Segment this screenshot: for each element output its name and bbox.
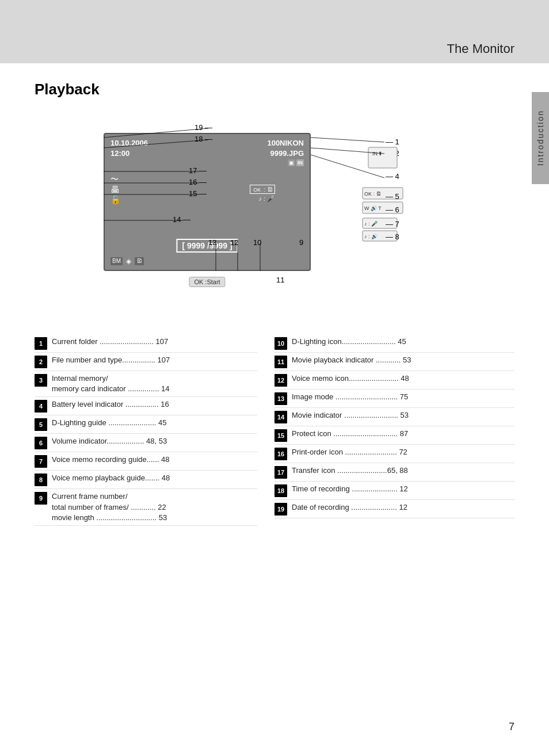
top-bar: The Monitor [0,0,549,63]
legend-item-10: 10 D-Lighting icon......................… [274,334,514,353]
legend-text-19: Date of recording ......................… [292,502,514,513]
svg-text:19 —: 19 — [195,123,212,132]
svg-text:— 4: — 4 [386,172,399,181]
svg-rect-21 [363,202,403,213]
legend-num-10: 10 [274,337,287,350]
legend-num-5: 5 [35,418,47,431]
legend-item-9: 9 Current frame number/total number of f… [35,489,257,526]
legend-table: 1 Current folder .......................… [35,334,514,526]
legend-text-14: Movie indicator ........................… [292,410,514,421]
svg-text:♪ : 🎤: ♪ : 🎤 [364,220,378,227]
svg-text:— 2: — 2 [386,149,399,158]
sidebar-label: Introduction [536,110,545,166]
legend-col-left: 1 Current folder .......................… [35,334,274,526]
legend-text-17: Transfer icon ........................65… [292,465,514,476]
svg-text:W 🔊 T: W 🔊 T [364,205,382,212]
legend-col-right: 10 D-Lighting icon......................… [274,334,514,526]
legend-item-13: 13 Image mode ..........................… [274,390,514,408]
legend-text-6: Volume indicator.................. 48, 5… [52,436,257,446]
svg-line-33 [311,148,384,154]
legend-num-15: 15 [274,429,287,442]
legend-num-8: 8 [35,474,47,486]
diagram-container: 10.10.2006 100NIKON 12:00 9999.JPG ▣ IN … [58,116,449,311]
legend-text-18: Time of recording ......................… [292,484,514,494]
legend-num-4: 4 [35,400,47,413]
legend-text-4: Battery level indicator ................… [52,399,257,410]
page-number: 7 [509,721,514,733]
page-section-title: The Monitor [447,41,514,56]
legend-item-8: 8 Voice memo playback guide....... 48 [35,471,257,489]
legend-text-12: Voice memo icon........................ … [292,373,514,384]
legend-text-10: D-Lighting icon.........................… [292,337,514,347]
screen-print-icon: 🖶 [110,185,120,195]
svg-rect-15 [368,147,397,168]
legend-num-17: 17 [274,466,287,479]
legend-item-12: 12 Voice memo icon......................… [274,371,514,390]
legend-item-7: 7 Voice memo recording guide...... 48 [35,452,257,471]
legend-num-18: 18 [274,484,287,497]
svg-line-32 [311,138,384,142]
legend-item-16: 16 Print-order icon ....................… [274,445,514,463]
memory-card-icons: ▣ IN [288,159,304,166]
screen-mic: ♪ : 🎤 [258,195,275,203]
svg-text:♪ : 🔊: ♪ : 🔊 [364,233,378,240]
legend-num-19: 19 [274,503,287,516]
svg-text:3: 3 [386,159,390,168]
svg-rect-27 [363,231,397,241]
legend-item-17: 17 Transfer icon .......................… [274,463,514,482]
legend-item-6: 6 Volume indicator.................. 48,… [35,434,257,452]
svg-rect-18 [363,188,403,199]
screen-frame: [ 9999 /9999 ] [176,239,238,253]
legend-text-13: Image mode .............................… [292,392,514,402]
legend-num-1: 1 [35,337,47,350]
svg-text:IN: IN [372,151,378,156]
legend-item-1: 1 Current folder .......................… [35,334,257,353]
screen-filename: 9999.JPG [270,149,304,158]
legend-num-6: 6 [35,437,47,449]
main-content: Playback 10.10.2006 100NIKON 12:00 9999.… [0,63,549,560]
screen-protect-icon: 🔓 [110,195,120,204]
svg-line-34 [311,155,384,178]
legend-row: 1 Current folder .......................… [35,334,514,526]
svg-text:— 6: — 6 [386,205,399,214]
legend-text-9: Current frame number/total number of fra… [52,491,257,523]
screen-ok-crop: OK : 🖻 [250,185,275,194]
screen-transfer-icon: 〜 [110,174,119,185]
legend-num-2: 2 [35,356,47,368]
camera-screen: 10.10.2006 100NIKON 12:00 9999.JPG ▣ IN … [104,133,311,271]
legend-text-1: Current folder .........................… [52,337,257,347]
section-title: Playback [35,81,514,98]
legend-item-3: 3 Internal memory/memory card indicator … [35,371,257,397]
legend-text-15: Protect icon ...........................… [292,429,514,439]
legend-num-14: 14 [274,411,287,423]
legend-num-12: 12 [274,374,287,387]
legend-num-16: 16 [274,448,287,460]
legend-item-11: 11 Movie playback indicator ............… [274,353,514,371]
screen-bottom-icons: BM ◈ 🖻 [110,257,144,265]
svg-text:⬆: ⬆ [378,151,383,156]
legend-text-7: Voice memo recording guide...... 48 [52,455,257,465]
legend-num-9: 9 [35,492,47,505]
svg-text:OK : 🖻: OK : 🖻 [364,191,382,197]
svg-text:— 1: — 1 [386,138,399,146]
legend-item-2: 2 File number and type................ 1… [35,353,257,371]
legend-num-13: 13 [274,392,287,405]
screen-time: 12:00 [110,149,129,158]
legend-num-7: 7 [35,455,47,468]
screen-ok-start: OK :Start [189,277,225,287]
svg-text:11: 11 [276,276,284,284]
legend-text-2: File number and type................ 107 [52,355,257,365]
legend-text-16: Print-order icon .......................… [292,447,514,457]
legend-text-8: Voice memo playback guide....... 48 [52,473,257,483]
svg-text:— 7: — 7 [386,220,399,228]
sidebar-tab: Introduction [532,92,549,184]
legend-text-3: Internal memory/memory card indicator ..… [52,373,257,394]
svg-text:— 8: — 8 [386,232,399,241]
legend-item-19: 19 Date of recording ...................… [274,500,514,518]
legend-item-15: 15 Protect icon ........................… [274,426,514,445]
svg-text:— 5: — 5 [386,192,399,201]
legend-item-18: 18 Time of recording ...................… [274,482,514,500]
legend-item-4: 4 Battery level indicator ..............… [35,397,257,415]
legend-item-14: 14 Movie indicator .....................… [274,408,514,426]
legend-text-11: Movie playback indicator ............ 53 [292,355,514,365]
